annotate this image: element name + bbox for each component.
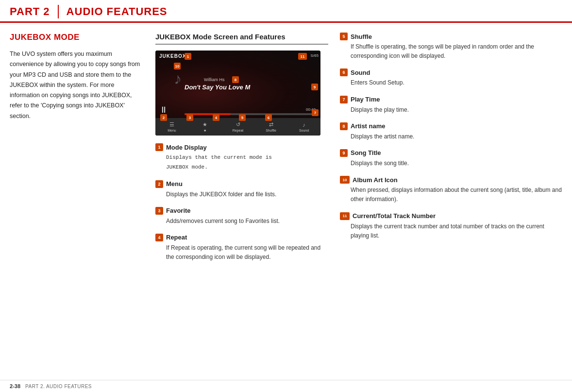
feature-title-8: Artist name bbox=[351, 122, 386, 130]
screen-artist: William Hs bbox=[204, 77, 225, 82]
feature-title-3: Favorite bbox=[166, 207, 191, 214]
toolbar-sound-icon: ♪ bbox=[303, 122, 305, 128]
feature-title-4: Repeat bbox=[166, 234, 187, 241]
toolbar-repeat-label: Repeat bbox=[233, 129, 244, 132]
screen-badge-1: 1 bbox=[185, 53, 191, 60]
header-title: AUDIO FEATURES bbox=[67, 5, 168, 18]
feature-desc-8: Displays the artist name. bbox=[340, 132, 562, 141]
feature-item-6: 6 Sound Enters Sound Setup. bbox=[340, 68, 562, 87]
toolbar-menu-label: Menu bbox=[168, 129, 176, 132]
feature-desc-1: Displays that the current mode isJUKEBOX… bbox=[155, 153, 328, 172]
feature-item-3: 3 Favorite Adds/removes current song to … bbox=[155, 207, 328, 226]
toolbar-sound: ♪ Sound bbox=[287, 122, 320, 132]
header-divider bbox=[58, 5, 59, 18]
feature-item-4: 4 Repeat If Repeat is operating, the cur… bbox=[155, 234, 328, 262]
screen-badge-3: 3 bbox=[186, 114, 193, 121]
toolbar-shuffle-icon: ⇄ bbox=[269, 121, 273, 128]
section-title: JUKEBOX MODE bbox=[10, 33, 146, 42]
toolbar-favorite: ★ ★ bbox=[188, 121, 221, 133]
main-content: JUKEBOX MODE The UVO system offers you m… bbox=[0, 23, 572, 274]
badge-3: 3 bbox=[155, 207, 163, 215]
feature-header-2: 2 Menu bbox=[155, 180, 328, 188]
feature-header-9: 9 Song Title bbox=[340, 149, 562, 157]
badge-10: 10 bbox=[340, 176, 350, 184]
feature-title-6: Sound bbox=[351, 69, 370, 76]
feature-desc-3: Adds/removes current song to Favorites l… bbox=[155, 217, 328, 226]
toolbar-menu-icon: ☰ bbox=[169, 121, 174, 128]
screen-music-icon: ♪ bbox=[174, 70, 182, 88]
feature-header-3: 3 Favorite bbox=[155, 207, 328, 215]
header-part: PART 2 bbox=[10, 5, 50, 18]
feature-desc-10: When pressed, displays information about… bbox=[340, 186, 562, 204]
toolbar-favorite-label: ★ bbox=[203, 129, 206, 133]
feature-header-5: 5 Shuffle bbox=[340, 33, 562, 40]
feature-title-7: Play Time bbox=[351, 96, 380, 103]
badge-4: 4 bbox=[155, 234, 163, 241]
badge-6: 6 bbox=[340, 68, 348, 76]
feature-header-6: 6 Sound bbox=[340, 68, 562, 76]
feature-title-10: Album Art Icon bbox=[353, 176, 398, 184]
feature-header-4: 4 Repeat bbox=[155, 234, 328, 241]
badge-1: 1 bbox=[155, 143, 163, 151]
page-footer: 2-38 PART 2. AUDIO FEATURES bbox=[0, 380, 572, 392]
feature-header-1: 1 Mode Display bbox=[155, 143, 328, 151]
feature-item-8: 8 Artist name Displays the artist name. bbox=[340, 122, 562, 141]
page-header: PART 2 AUDIO FEATURES bbox=[0, 0, 572, 23]
badge-7: 7 bbox=[340, 96, 348, 103]
col-right: 5 Shuffle If Shuffle is operating, the s… bbox=[340, 33, 562, 270]
screen-badge-6: 6 bbox=[265, 114, 272, 121]
feature-item-2: 2 Menu Displays the JUKEBOX folder and f… bbox=[155, 180, 328, 199]
toolbar-shuffle: ⇄ Shuffle bbox=[254, 121, 287, 132]
feature-header-11: 11 Current/Total Track Number bbox=[340, 212, 562, 220]
screen-badge-2: 2 bbox=[160, 114, 167, 121]
screen-song: Don't Say You Love M bbox=[185, 84, 250, 91]
feature-desc-7: Displays the play time. bbox=[340, 105, 562, 115]
screen-badge-8: 8 bbox=[232, 76, 239, 83]
col-left: JUKEBOX MODE The UVO system offers you m… bbox=[10, 33, 155, 270]
screen-pause-icon: ⏸ bbox=[159, 105, 168, 115]
feature-title-11: Current/Total Track Number bbox=[353, 212, 436, 220]
feature-title-5: Shuffle bbox=[351, 33, 372, 40]
jukebox-screen: JUKEBOX 1 11 S/65 ♪ 10 William Hs 8 Don'… bbox=[155, 51, 320, 136]
feature-item-11: 11 Current/Total Track Number Displays t… bbox=[340, 212, 562, 240]
screen-badge-11: 11 bbox=[298, 53, 307, 60]
badge-9: 9 bbox=[340, 149, 348, 157]
badge-2: 2 bbox=[155, 180, 163, 188]
screen-badge-10: 10 bbox=[174, 63, 181, 69]
badge-11: 11 bbox=[340, 212, 350, 220]
feature-desc-9: Displays the song title. bbox=[340, 159, 562, 168]
feature-header-10: 10 Album Art Icon bbox=[340, 176, 562, 184]
col-mid: JUKEBOX Mode Screen and Features JUKEBOX… bbox=[155, 33, 340, 270]
toolbar-sound-label: Sound bbox=[299, 129, 309, 132]
badge-8: 8 bbox=[340, 122, 348, 130]
feature-title-9: Song Title bbox=[351, 149, 381, 156]
feature-desc-2: Displays the JUKEBOX folder and file lis… bbox=[155, 190, 328, 199]
feature-desc-6: Enters Sound Setup. bbox=[340, 78, 562, 87]
screen-badge-5: 5 bbox=[239, 114, 246, 121]
screen-badge-4: 4 bbox=[213, 114, 219, 121]
screen-track-info: S/65 bbox=[311, 53, 319, 58]
badge-5: 5 bbox=[340, 33, 348, 40]
toolbar-shuffle-label: Shuffle bbox=[266, 129, 276, 132]
toolbar-menu: ☰ Menu bbox=[155, 121, 188, 132]
screen-section-title: JUKEBOX Mode Screen and Features bbox=[155, 33, 328, 45]
feature-title-1: Mode Display bbox=[166, 144, 207, 151]
feature-desc-5: If Shuffle is operating, the songs will … bbox=[340, 42, 562, 61]
screen-toolbar: 2 3 4 5 6 ☰ Menu ★ ★ ↺ Rep bbox=[155, 118, 320, 136]
screen-progress-bar: 00:42 bbox=[185, 113, 316, 115]
screen-jukebox-label: JUKEBOX bbox=[159, 53, 186, 59]
screen-progress-area: 00:42 bbox=[185, 113, 316, 115]
feature-header-7: 7 Play Time bbox=[340, 96, 562, 103]
feature-desc-4: If Repeat is operating, the current song… bbox=[155, 243, 328, 262]
feature-item-9: 9 Song Title Displays the song title. bbox=[340, 149, 562, 168]
feature-desc-11: Displays the current track number and to… bbox=[340, 222, 562, 240]
feature-item-5: 5 Shuffle If Shuffle is operating, the s… bbox=[340, 33, 562, 61]
screen-badge-7: 7 bbox=[312, 109, 319, 116]
toolbar-repeat: ↺ Repeat bbox=[221, 121, 254, 132]
feature-item-1: 1 Mode Display Displays that the current… bbox=[155, 143, 328, 172]
screen-badge-9: 9 bbox=[311, 84, 318, 90]
feature-title-2: Menu bbox=[166, 180, 183, 187]
toolbar-repeat-icon: ↺ bbox=[236, 121, 240, 128]
footer-page-number: 2-38 bbox=[10, 383, 20, 389]
toolbar-favorite-icon: ★ bbox=[202, 121, 207, 128]
